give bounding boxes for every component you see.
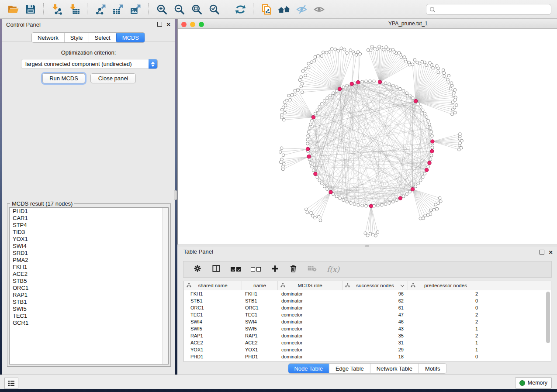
node[interactable] xyxy=(430,154,433,157)
table-scrollbar[interactable] xyxy=(546,292,550,343)
node[interactable] xyxy=(301,82,304,85)
node[interactable] xyxy=(447,74,450,77)
node[interactable] xyxy=(364,232,367,235)
node[interactable] xyxy=(314,216,317,219)
node[interactable] xyxy=(438,196,441,199)
table-row[interactable]: YOX1YOX1connector291 xyxy=(184,346,551,353)
zoom-selected-button[interactable] xyxy=(206,2,222,17)
node[interactable] xyxy=(356,51,360,54)
node[interactable] xyxy=(309,123,312,126)
tab-style[interactable]: Style xyxy=(65,33,89,42)
node[interactable] xyxy=(316,109,319,112)
node[interactable] xyxy=(365,204,368,207)
node[interactable] xyxy=(429,213,432,216)
node[interactable] xyxy=(310,212,313,215)
column-header-name[interactable]: name xyxy=(242,281,278,290)
node[interactable] xyxy=(325,51,328,54)
node[interactable] xyxy=(429,209,432,212)
node[interactable] xyxy=(293,93,296,96)
node[interactable] xyxy=(453,88,457,91)
node[interactable] xyxy=(423,172,426,175)
mcds-node[interactable] xyxy=(306,147,309,151)
node[interactable] xyxy=(367,48,370,52)
mcds-node[interactable] xyxy=(378,80,381,84)
node[interactable] xyxy=(366,234,369,237)
table-row[interactable]: ACE2ACE2connector311 xyxy=(184,339,551,346)
node[interactable] xyxy=(425,116,428,119)
node[interactable] xyxy=(346,200,349,203)
node[interactable] xyxy=(377,204,380,207)
zoom-out-button[interactable] xyxy=(171,2,187,17)
node[interactable] xyxy=(323,100,326,103)
node[interactable] xyxy=(312,169,315,172)
column-header-successor-nodes[interactable]: successor nodes xyxy=(343,281,408,290)
import-table-button[interactable] xyxy=(66,2,82,17)
list-item[interactable]: RAP1 xyxy=(10,292,168,299)
node[interactable] xyxy=(281,168,284,171)
run-mcds-button[interactable]: Run MCDS xyxy=(42,73,85,83)
node[interactable] xyxy=(402,89,405,93)
node[interactable] xyxy=(342,86,345,89)
list-item[interactable]: STB1 xyxy=(10,299,168,306)
node[interactable] xyxy=(301,69,304,72)
node[interactable] xyxy=(318,179,321,182)
node[interactable] xyxy=(412,96,415,100)
column-header-shared-name[interactable]: shared name xyxy=(184,281,242,290)
node[interactable] xyxy=(408,61,411,64)
table-settings-button[interactable] xyxy=(193,264,202,275)
split-columns-button[interactable] xyxy=(212,264,221,275)
table-row[interactable]: PHD1PHD1dominator180 xyxy=(184,353,551,360)
node[interactable] xyxy=(373,80,376,83)
node[interactable] xyxy=(335,195,338,198)
node[interactable] xyxy=(431,146,434,149)
node[interactable] xyxy=(451,101,454,104)
node[interactable] xyxy=(431,134,434,138)
column-header-predecessor-nodes[interactable]: predecessor nodes xyxy=(408,281,483,290)
table-row[interactable]: RAP1RAP1dominator352 xyxy=(184,332,551,339)
node[interactable] xyxy=(346,52,349,55)
node[interactable] xyxy=(449,87,452,90)
node[interactable] xyxy=(419,179,422,182)
node[interactable] xyxy=(298,79,301,82)
node[interactable] xyxy=(307,134,310,138)
node[interactable] xyxy=(307,66,310,69)
node[interactable] xyxy=(423,112,426,115)
tab-network[interactable]: Network xyxy=(32,33,65,42)
node[interactable] xyxy=(416,61,419,64)
node[interactable] xyxy=(430,131,433,134)
window-traffic-lights[interactable] xyxy=(181,21,208,29)
node[interactable] xyxy=(300,85,303,88)
node[interactable] xyxy=(388,202,391,205)
first-neighbors-button[interactable] xyxy=(276,2,292,17)
node[interactable] xyxy=(403,56,406,59)
import-network-button[interactable] xyxy=(49,2,65,17)
node[interactable] xyxy=(432,66,435,69)
node[interactable] xyxy=(443,72,446,75)
node[interactable] xyxy=(414,185,417,188)
column-header-mcds-role[interactable]: MCDS role xyxy=(278,281,343,290)
node[interactable] xyxy=(419,106,422,109)
list-item[interactable]: PMA2 xyxy=(10,257,168,264)
node[interactable] xyxy=(451,113,454,116)
node[interactable] xyxy=(391,84,394,87)
node[interactable] xyxy=(304,74,307,77)
node[interactable] xyxy=(340,47,343,50)
node[interactable] xyxy=(432,208,436,211)
node[interactable] xyxy=(408,190,412,193)
node[interactable] xyxy=(424,214,427,217)
node[interactable] xyxy=(280,147,283,150)
delete-table-button[interactable] xyxy=(308,265,317,274)
node[interactable] xyxy=(408,94,412,97)
node[interactable] xyxy=(289,98,292,101)
node[interactable] xyxy=(304,208,308,211)
node[interactable] xyxy=(405,193,408,196)
mcds-node[interactable] xyxy=(314,172,317,175)
node[interactable] xyxy=(279,161,282,164)
node[interactable] xyxy=(311,119,314,122)
node[interactable] xyxy=(306,211,309,214)
list-item[interactable]: SWI4 xyxy=(10,243,168,250)
mcds-node[interactable] xyxy=(329,190,332,194)
node[interactable] xyxy=(395,199,398,202)
mcds-node[interactable] xyxy=(311,116,315,119)
export-network-button[interactable] xyxy=(93,2,108,17)
